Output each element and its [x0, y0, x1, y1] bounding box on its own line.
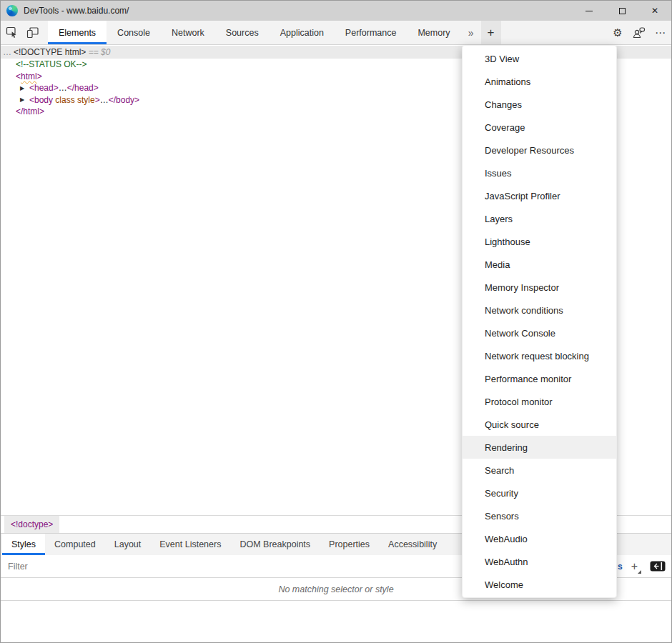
- tab-event-listeners[interactable]: Event Listeners: [150, 534, 230, 555]
- inspect-element-button[interactable]: [1, 21, 22, 44]
- tab-performance[interactable]: Performance: [335, 21, 407, 44]
- edge-logo-icon: [6, 5, 18, 16]
- close-icon: ✕: [651, 6, 658, 15]
- tab-layout[interactable]: Layout: [105, 534, 151, 555]
- minimize-button[interactable]: [573, 1, 606, 21]
- head-open-tag: <head>: [29, 83, 59, 93]
- tab-accessibility[interactable]: Accessibility: [379, 534, 446, 555]
- tab-console[interactable]: Console: [107, 21, 161, 44]
- more-tabs-button[interactable]: »: [461, 21, 481, 44]
- comment-text: <!--STATUS OK-->: [16, 59, 87, 69]
- panel-tabs: Elements Console Network Sources Applica…: [48, 21, 461, 44]
- menu-item-network-conditions[interactable]: Network conditions: [463, 299, 616, 322]
- tab-properties[interactable]: Properties: [320, 534, 379, 555]
- bottom-empty-area: [1, 601, 671, 642]
- selected-node-reference: == $0: [86, 47, 110, 57]
- kebab-menu-icon: ⋯: [655, 27, 666, 38]
- toggle-device-toolbar-button[interactable]: [22, 21, 44, 44]
- menu-item-javascript-profiler[interactable]: JavaScript Profiler: [463, 184, 616, 207]
- new-style-rule-button[interactable]: +: [631, 561, 641, 572]
- more-tools-menu: 3D View Animations Changes Coverage Deve…: [462, 45, 617, 598]
- styles-toolbar-right: s +: [618, 561, 666, 572]
- devtools-window: DevTools - www.baidu.com/ ✕ Elements Con…: [0, 0, 672, 643]
- menu-item-changes[interactable]: Changes: [463, 93, 616, 116]
- body-open-tag-end: >: [95, 95, 100, 105]
- expand-arrow-icon[interactable]: ▶: [20, 96, 27, 103]
- device-toolbar-icon: [26, 26, 39, 39]
- tab-sources[interactable]: Sources: [215, 21, 270, 44]
- menu-item-media[interactable]: Media: [463, 253, 616, 276]
- tab-computed[interactable]: Computed: [45, 534, 105, 555]
- more-tools-button[interactable]: +: [481, 21, 501, 44]
- menu-item-webauthn[interactable]: WebAuthn: [463, 550, 616, 573]
- html-tag-name: html: [21, 71, 37, 81]
- menu-item-protocol-monitor[interactable]: Protocol monitor: [463, 390, 616, 413]
- expand-arrow-icon[interactable]: ▶: [20, 85, 27, 91]
- menu-item-layers[interactable]: Layers: [463, 207, 616, 230]
- tab-application[interactable]: Application: [270, 21, 335, 44]
- tab-dom-breakpoints[interactable]: DOM Breakpoints: [230, 534, 320, 555]
- menu-item-lighthouse[interactable]: Lighthouse: [463, 230, 616, 253]
- inspect-icon: [6, 26, 18, 39]
- styles-empty-message: No matching selector or style: [278, 584, 393, 594]
- html-close-tag: </html>: [16, 106, 44, 116]
- window-title: DevTools - www.baidu.com/: [24, 6, 129, 16]
- body-open-tag-start: <body: [29, 95, 53, 105]
- menu-item-security[interactable]: Security: [463, 482, 616, 504]
- menu-item-welcome[interactable]: Welcome: [463, 573, 616, 596]
- class-toggle-label[interactable]: s: [618, 562, 623, 572]
- menu-item-network-request-blocking[interactable]: Network request blocking: [463, 344, 616, 367]
- doctype-text: <!DOCTYPE html>: [14, 47, 86, 57]
- feedback-button[interactable]: [628, 21, 650, 44]
- styles-filter-input[interactable]: [6, 561, 149, 572]
- tag-punct: <: [16, 71, 21, 81]
- title-bar: DevTools - www.baidu.com/ ✕: [1, 1, 671, 21]
- settings-button[interactable]: ⚙: [607, 21, 628, 44]
- chevron-double-right-icon: »: [468, 27, 474, 39]
- tab-elements[interactable]: Elements: [48, 21, 107, 44]
- collapsed-content: …: [59, 83, 67, 93]
- menu-item-quick-source[interactable]: Quick source: [463, 413, 616, 436]
- gear-icon: ⚙: [613, 27, 622, 38]
- menu-item-search[interactable]: Search: [463, 459, 616, 482]
- breadcrumb-item-doctype[interactable]: <!doctype>: [4, 516, 59, 533]
- minimize-icon: [585, 11, 593, 11]
- window-controls: ✕: [573, 1, 671, 21]
- menu-item-memory-inspector[interactable]: Memory Inspector: [463, 276, 616, 299]
- node-hint-dots: …: [3, 47, 11, 57]
- body-close-tag: </body>: [109, 95, 139, 105]
- toolbar-spacer: [501, 21, 607, 44]
- menu-item-issues[interactable]: Issues: [463, 161, 616, 184]
- menu-item-coverage[interactable]: Coverage: [463, 116, 616, 139]
- tab-network[interactable]: Network: [161, 21, 215, 44]
- body-attributes: class style: [53, 95, 95, 105]
- tag-punct: >: [37, 71, 42, 81]
- more-options-button[interactable]: ⋯: [650, 21, 671, 44]
- head-close-tag: </head>: [67, 83, 99, 93]
- close-button[interactable]: ✕: [638, 1, 671, 21]
- maximize-icon: [619, 8, 626, 14]
- tab-styles[interactable]: Styles: [2, 534, 45, 555]
- menu-item-performance-monitor[interactable]: Performance monitor: [463, 367, 616, 390]
- menu-item-3d-view[interactable]: 3D View: [463, 47, 616, 70]
- menu-item-sensors[interactable]: Sensors: [463, 504, 616, 527]
- menu-item-animations[interactable]: Animations: [463, 70, 616, 93]
- menu-item-developer-resources[interactable]: Developer Resources: [463, 139, 616, 161]
- maximize-button[interactable]: [606, 1, 638, 21]
- toggle-sidebar-icon[interactable]: [650, 561, 666, 572]
- tab-memory[interactable]: Memory: [407, 21, 460, 44]
- feedback-icon: [633, 27, 646, 39]
- menu-item-network-console[interactable]: Network Console: [463, 322, 616, 344]
- menu-item-rendering[interactable]: Rendering: [463, 436, 616, 459]
- devtools-toolbar: Elements Console Network Sources Applica…: [1, 21, 671, 45]
- menu-item-webaudio[interactable]: WebAudio: [463, 527, 616, 550]
- collapsed-content: …: [100, 95, 109, 105]
